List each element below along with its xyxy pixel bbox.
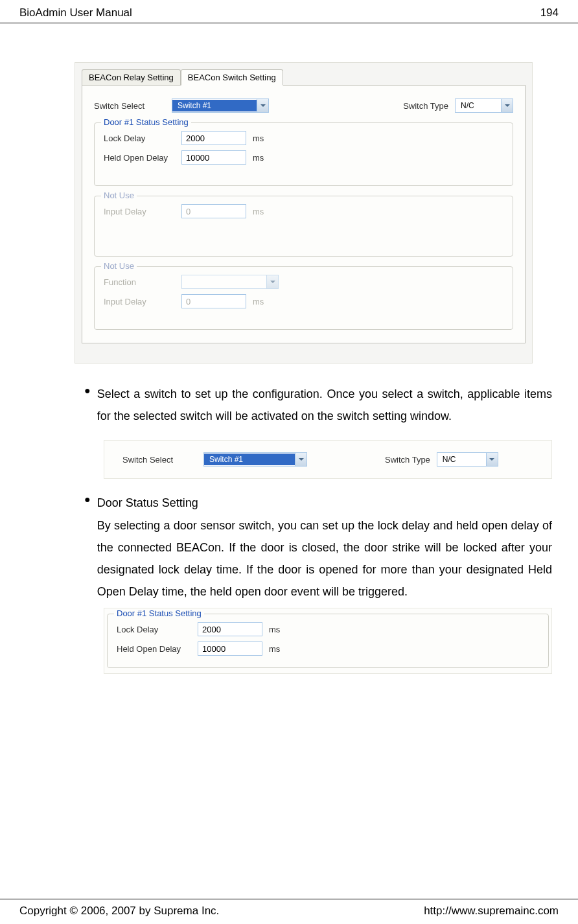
function-dropdown xyxy=(181,275,279,289)
beacon-switch-dialog: BEACon Relay Setting BEACon Switch Setti… xyxy=(75,62,533,364)
chevron-down-icon xyxy=(486,453,498,466)
chevron-down-icon xyxy=(257,99,268,112)
held-open-unit: ms xyxy=(253,153,264,163)
door1-legend: Door #1 Status Setting xyxy=(101,117,191,127)
inline-held-open-input[interactable] xyxy=(198,641,262,656)
bullet-2: ● Door Status Setting By selecting a doo… xyxy=(84,492,552,603)
function-value xyxy=(182,281,266,283)
inline-door-legend: Door #1 Status Setting xyxy=(114,608,204,618)
input-delay-label-1: Input Delay xyxy=(104,207,181,216)
lock-delay-unit: ms xyxy=(253,133,264,143)
not-use-legend-1: Not Use xyxy=(101,191,137,200)
inline-switch-select-dropdown[interactable]: Switch #1 xyxy=(203,452,307,467)
input-delay-label-2: Input Delay xyxy=(104,297,181,306)
inline-switch-select-value: Switch #1 xyxy=(204,454,295,465)
inline-lock-delay-label: Lock Delay xyxy=(117,625,198,634)
held-open-label: Held Open Delay xyxy=(104,153,181,163)
input-delay-unit-1: ms xyxy=(253,207,264,216)
input-delay-unit-2: ms xyxy=(253,297,264,306)
copyright: Copyright © 2006, 2007 by Suprema Inc. xyxy=(19,905,219,918)
chevron-down-icon xyxy=(501,99,513,112)
chevron-down-icon xyxy=(266,275,278,288)
page-content: BEACon Relay Setting BEACon Switch Setti… xyxy=(0,23,578,687)
switch-select-label: Switch Select xyxy=(94,101,172,111)
bullet-1: ● Select a switch to set up the configur… xyxy=(84,383,552,427)
lock-delay-label: Lock Delay xyxy=(104,133,181,143)
input-delay-input-1 xyxy=(181,204,246,218)
bullet-icon: ● xyxy=(84,385,91,427)
not-use-group-1: Not Use Input Delay ms xyxy=(94,196,513,257)
function-label: Function xyxy=(104,277,181,287)
inline-held-open-label: Held Open Delay xyxy=(117,644,198,654)
tab-relay-setting[interactable]: BEACon Relay Setting xyxy=(82,69,181,85)
switch-select-row-image: Switch Select Switch #1 Switch Type N/C xyxy=(104,440,552,479)
chevron-down-icon xyxy=(295,453,306,466)
page-header: BioAdmin User Manual 194 xyxy=(0,0,578,23)
inline-lock-delay-input[interactable] xyxy=(198,622,262,636)
held-open-input[interactable] xyxy=(181,150,246,165)
inline-switch-type-label: Switch Type xyxy=(385,455,430,465)
door-status-image: Door #1 Status Setting Lock Delay ms Hel… xyxy=(104,608,552,674)
not-use-group-2: Not Use Function Input Delay ms xyxy=(94,266,513,330)
not-use-legend-2: Not Use xyxy=(101,261,137,271)
tab-bar: BEACon Relay Setting BEACon Switch Setti… xyxy=(82,69,532,85)
inline-held-open-unit: ms xyxy=(269,644,280,654)
switch-select-dropdown[interactable]: Switch #1 xyxy=(172,98,269,113)
page-number: 194 xyxy=(540,6,559,19)
inline-switch-type-dropdown[interactable]: N/C xyxy=(437,452,498,467)
page-footer: Copyright © 2006, 2007 by Suprema Inc. h… xyxy=(0,899,578,918)
inline-lock-delay-unit: ms xyxy=(269,625,280,634)
bullet-1-text: Select a switch to set up the configurat… xyxy=(97,383,552,427)
doc-title: BioAdmin User Manual xyxy=(19,6,132,19)
bullet-2-title: Door Status Setting xyxy=(97,492,552,514)
switch-type-label: Switch Type xyxy=(403,101,448,111)
bullet-icon: ● xyxy=(84,494,91,603)
input-delay-input-2 xyxy=(181,294,246,308)
switch-type-value: N/C xyxy=(456,100,501,111)
door1-status-group: Door #1 Status Setting Lock Delay ms Hel… xyxy=(94,122,513,186)
tab-switch-setting[interactable]: BEACon Switch Setting xyxy=(181,69,283,86)
lock-delay-input[interactable] xyxy=(181,131,246,145)
footer-url: http://www.supremainc.com xyxy=(424,905,559,918)
switch-type-dropdown[interactable]: N/C xyxy=(455,98,513,113)
tab-panel: Switch Select Switch #1 Switch Type N/C … xyxy=(82,85,526,343)
inline-switch-select-label: Switch Select xyxy=(116,455,203,465)
inline-switch-type-value: N/C xyxy=(437,454,486,465)
switch-select-value: Switch #1 xyxy=(172,100,257,111)
bullet-2-text: By selecting a door sensor switch, you c… xyxy=(97,514,552,603)
